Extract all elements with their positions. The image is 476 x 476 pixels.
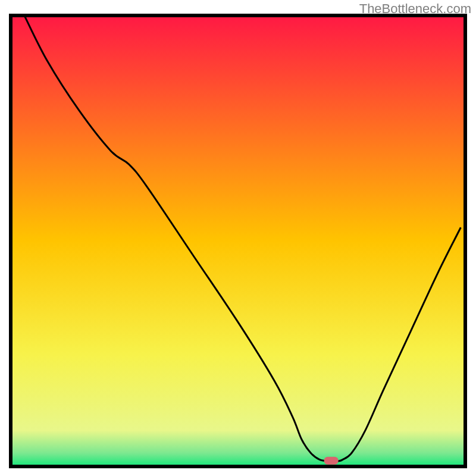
watermark-text: TheBottleneck.com	[359, 1, 471, 17]
svg-rect-2	[324, 457, 339, 465]
bottleneck-chart	[0, 0, 476, 476]
svg-rect-1	[11, 15, 465, 466]
chart-container: { "watermark": "TheBottleneck.com", "cha…	[0, 0, 476, 476]
